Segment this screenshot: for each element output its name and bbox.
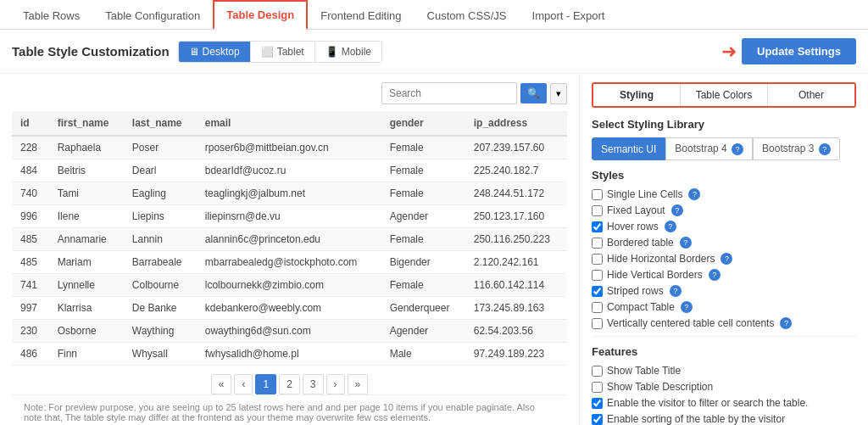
page-2-button[interactable]: 2 [279, 374, 300, 394]
checkbox-6[interactable] [592, 286, 603, 297]
checkbox-5[interactable] [592, 270, 603, 281]
note-line1: Note: For preview purpose, you are seein… [24, 402, 555, 422]
table-cell: Female [381, 136, 465, 159]
tablet-label: Tablet [277, 46, 304, 58]
table-cell: Genderqueer [381, 297, 465, 320]
search-options-button[interactable]: ▾ [550, 83, 567, 104]
checkbox-0[interactable] [592, 189, 603, 200]
table-cell: Mariam [49, 251, 124, 274]
table-cell: teaglingkj@jalbum.net [197, 182, 381, 205]
checkbox-0[interactable] [592, 366, 603, 377]
right-tab-styling[interactable]: Styling [593, 84, 681, 106]
tab-frontend-editing[interactable]: Frontend Editing [308, 2, 414, 29]
checkbox-row: Vertically centered table cell contents? [592, 317, 856, 329]
info-icon[interactable]: ? [681, 301, 693, 313]
device-tabs: 🖥 Desktop ⬜ Tablet 📱 Mobile [178, 41, 382, 63]
search-input[interactable] [381, 82, 517, 104]
info-icon[interactable]: ? [670, 285, 682, 297]
checkbox-row: Enable sorting of the table by the visit… [592, 413, 856, 425]
bootstrap3-info-icon[interactable]: ? [819, 143, 831, 155]
tab-custom-css[interactable]: Custom CSS/JS [415, 2, 520, 29]
info-icon[interactable]: ? [721, 253, 732, 265]
checkbox-4[interactable] [592, 254, 603, 265]
checkbox-7[interactable] [592, 302, 603, 313]
checkbox-row: Show Table Description [592, 381, 856, 393]
info-icon[interactable]: ? [709, 269, 721, 281]
lib-btn-semantic[interactable]: Semantic UI [592, 137, 665, 160]
page-prev-button[interactable]: ‹ [234, 374, 253, 394]
checkbox-2[interactable] [592, 221, 603, 232]
tab-import-export[interactable]: Import - Export [520, 2, 618, 29]
table-cell: rposer6b@mittbeian.gov.cn [197, 136, 381, 159]
table-row: 228RaphaelaPoserrposer6b@mittbeian.gov.c… [12, 136, 567, 159]
table-row: 997KlarrisaDe Bankekdebankero@weebly.com… [12, 297, 567, 320]
col-email: email [197, 111, 381, 136]
col-first-name: first_name [49, 111, 124, 136]
checkbox-label: Show Table Title [607, 365, 681, 377]
page-first-button[interactable]: « [211, 374, 232, 394]
tab-table-rows[interactable]: Table Rows [10, 2, 92, 29]
checkbox-row: Compact Table? [592, 301, 856, 313]
checkbox-3[interactable] [592, 238, 603, 249]
tab-table-design[interactable]: Table Design [213, 0, 308, 30]
table-cell: Eagling [124, 182, 197, 205]
info-icon[interactable]: ? [680, 237, 692, 249]
checkbox-label: Enable sorting of the table by the visit… [607, 413, 785, 425]
tab-table-config[interactable]: Table Configuration [92, 2, 213, 29]
checkbox-1[interactable] [592, 205, 603, 216]
table-cell: Dearl [124, 159, 197, 182]
checkbox-row: Enable the visitor to filter or search t… [592, 397, 856, 409]
col-id: id [12, 111, 49, 136]
checkbox-1[interactable] [592, 382, 603, 393]
info-icon[interactable]: ? [671, 204, 683, 216]
table-cell: Lannin [124, 228, 197, 251]
table-cell: 740 [12, 182, 49, 205]
table-body: 228RaphaelaPoserrposer6b@mittbeian.gov.c… [12, 136, 567, 366]
table-cell: 2.120.242.161 [465, 251, 567, 274]
table-cell: 996 [12, 205, 49, 228]
right-tab-table-colors[interactable]: Table Colors [681, 84, 768, 106]
checkbox-8[interactable] [592, 318, 603, 329]
checkbox-3[interactable] [592, 414, 603, 425]
info-icon[interactable]: ? [688, 188, 700, 200]
library-section-title: Select Styling Library [592, 118, 856, 131]
table-cell: Raphaela [49, 136, 124, 159]
left-panel: 🔍 ▾ id first_name last_name email gender… [0, 74, 580, 425]
right-tab-other[interactable]: Other [768, 84, 854, 106]
page-1-button[interactable]: 1 [255, 374, 276, 394]
header-row: Table Style Customization 🖥 Desktop ⬜ Ta… [0, 30, 868, 74]
device-tab-mobile[interactable]: 📱 Mobile [315, 42, 381, 62]
table-cell: Agender [381, 205, 465, 228]
info-icon[interactable]: ? [665, 221, 676, 232]
lib-btn-bootstrap4[interactable]: Bootstrap 4 ? [665, 137, 753, 160]
table-row: 486FinnWhysallfwhysalidh@home.plMale97.2… [12, 343, 567, 366]
update-settings-button[interactable]: Update Settings [742, 38, 856, 64]
bootstrap4-info-icon[interactable]: ? [732, 143, 743, 155]
search-bar: 🔍 ▾ [12, 82, 567, 104]
checkbox-label: Striped rows [607, 285, 664, 297]
table-cell: Colbourne [124, 274, 197, 297]
table-cell: Beitris [49, 159, 124, 182]
table-row: 740TamiEaglingteaglingkj@jalbum.netFemal… [12, 182, 567, 205]
table-cell: Agender [381, 320, 465, 343]
lib-btn-bootstrap3[interactable]: Bootstrap 3 ? [753, 137, 840, 160]
page-last-button[interactable]: » [348, 374, 369, 394]
table-cell: 997 [12, 297, 49, 320]
checkbox-label: Hide Vertical Borders [607, 269, 703, 281]
search-button[interactable]: 🔍 [520, 83, 547, 103]
device-tab-tablet[interactable]: ⬜ Tablet [251, 42, 315, 62]
info-icon[interactable]: ? [780, 317, 792, 329]
page-next-button[interactable]: › [326, 374, 345, 394]
table-cell: 250.123.17.160 [465, 205, 567, 228]
table-cell: Finn [49, 343, 124, 366]
device-tab-desktop[interactable]: 🖥 Desktop [179, 42, 251, 62]
right-tabs: Styling Table Colors Other [592, 82, 856, 108]
table-cell: Osborne [49, 320, 124, 343]
desktop-label: Desktop [203, 46, 240, 58]
table-cell: 116.60.142.114 [465, 274, 567, 297]
checkbox-row: Show Table Title [592, 365, 856, 377]
table-cell: Ilene [49, 205, 124, 228]
page-3-button[interactable]: 3 [303, 374, 324, 394]
table-cell: 207.239.157.60 [465, 136, 567, 159]
checkbox-2[interactable] [592, 398, 603, 409]
